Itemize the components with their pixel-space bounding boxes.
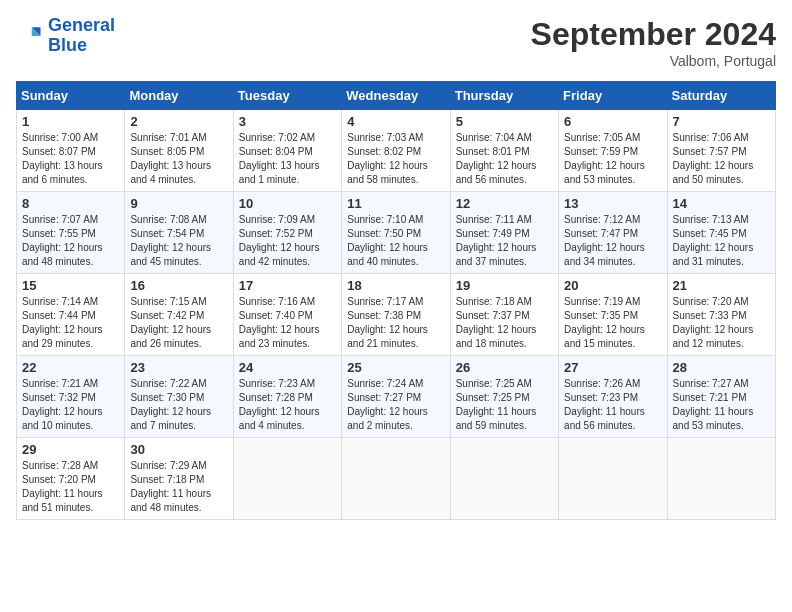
calendar-week-row: 1 Sunrise: 7:00 AM Sunset: 8:07 PM Dayli… xyxy=(17,110,776,192)
header-tuesday: Tuesday xyxy=(233,82,341,110)
header-friday: Friday xyxy=(559,82,667,110)
calendar-cell: 17 Sunrise: 7:16 AM Sunset: 7:40 PM Dayl… xyxy=(233,274,341,356)
day-info: Sunrise: 7:18 AM Sunset: 7:37 PM Dayligh… xyxy=(456,295,553,351)
calendar-week-row: 8 Sunrise: 7:07 AM Sunset: 7:55 PM Dayli… xyxy=(17,192,776,274)
day-number: 27 xyxy=(564,360,661,375)
calendar-cell: 27 Sunrise: 7:26 AM Sunset: 7:23 PM Dayl… xyxy=(559,356,667,438)
day-number: 15 xyxy=(22,278,119,293)
day-info: Sunrise: 7:03 AM Sunset: 8:02 PM Dayligh… xyxy=(347,131,444,187)
day-info: Sunrise: 7:19 AM Sunset: 7:35 PM Dayligh… xyxy=(564,295,661,351)
logo-general: General xyxy=(48,15,115,35)
calendar-cell: 13 Sunrise: 7:12 AM Sunset: 7:47 PM Dayl… xyxy=(559,192,667,274)
header-saturday: Saturday xyxy=(667,82,775,110)
calendar-table: Sunday Monday Tuesday Wednesday Thursday… xyxy=(16,81,776,520)
calendar-cell: 1 Sunrise: 7:00 AM Sunset: 8:07 PM Dayli… xyxy=(17,110,125,192)
day-number: 26 xyxy=(456,360,553,375)
day-number: 19 xyxy=(456,278,553,293)
day-info: Sunrise: 7:20 AM Sunset: 7:33 PM Dayligh… xyxy=(673,295,770,351)
day-info: Sunrise: 7:26 AM Sunset: 7:23 PM Dayligh… xyxy=(564,377,661,433)
title-block: September 2024 Valbom, Portugal xyxy=(531,16,776,69)
calendar-week-row: 15 Sunrise: 7:14 AM Sunset: 7:44 PM Dayl… xyxy=(17,274,776,356)
day-info: Sunrise: 7:17 AM Sunset: 7:38 PM Dayligh… xyxy=(347,295,444,351)
day-info: Sunrise: 7:23 AM Sunset: 7:28 PM Dayligh… xyxy=(239,377,336,433)
day-number: 5 xyxy=(456,114,553,129)
calendar-cell: 14 Sunrise: 7:13 AM Sunset: 7:45 PM Dayl… xyxy=(667,192,775,274)
day-number: 14 xyxy=(673,196,770,211)
calendar-cell: 23 Sunrise: 7:22 AM Sunset: 7:30 PM Dayl… xyxy=(125,356,233,438)
logo: General Blue xyxy=(16,16,115,56)
header-monday: Monday xyxy=(125,82,233,110)
calendar-cell: 25 Sunrise: 7:24 AM Sunset: 7:27 PM Dayl… xyxy=(342,356,450,438)
header-wednesday: Wednesday xyxy=(342,82,450,110)
day-info: Sunrise: 7:14 AM Sunset: 7:44 PM Dayligh… xyxy=(22,295,119,351)
day-info: Sunrise: 7:13 AM Sunset: 7:45 PM Dayligh… xyxy=(673,213,770,269)
day-info: Sunrise: 7:10 AM Sunset: 7:50 PM Dayligh… xyxy=(347,213,444,269)
day-number: 1 xyxy=(22,114,119,129)
day-info: Sunrise: 7:15 AM Sunset: 7:42 PM Dayligh… xyxy=(130,295,227,351)
weekday-header-row: Sunday Monday Tuesday Wednesday Thursday… xyxy=(17,82,776,110)
day-info: Sunrise: 7:07 AM Sunset: 7:55 PM Dayligh… xyxy=(22,213,119,269)
day-number: 13 xyxy=(564,196,661,211)
day-info: Sunrise: 7:12 AM Sunset: 7:47 PM Dayligh… xyxy=(564,213,661,269)
day-number: 10 xyxy=(239,196,336,211)
calendar-cell: 18 Sunrise: 7:17 AM Sunset: 7:38 PM Dayl… xyxy=(342,274,450,356)
day-number: 20 xyxy=(564,278,661,293)
day-number: 8 xyxy=(22,196,119,211)
day-number: 17 xyxy=(239,278,336,293)
day-info: Sunrise: 7:27 AM Sunset: 7:21 PM Dayligh… xyxy=(673,377,770,433)
calendar-cell: 11 Sunrise: 7:10 AM Sunset: 7:50 PM Dayl… xyxy=(342,192,450,274)
calendar-cell: 4 Sunrise: 7:03 AM Sunset: 8:02 PM Dayli… xyxy=(342,110,450,192)
calendar-cell: 26 Sunrise: 7:25 AM Sunset: 7:25 PM Dayl… xyxy=(450,356,558,438)
day-info: Sunrise: 7:21 AM Sunset: 7:32 PM Dayligh… xyxy=(22,377,119,433)
day-number: 7 xyxy=(673,114,770,129)
day-number: 25 xyxy=(347,360,444,375)
calendar-cell: 10 Sunrise: 7:09 AM Sunset: 7:52 PM Dayl… xyxy=(233,192,341,274)
day-number: 12 xyxy=(456,196,553,211)
day-info: Sunrise: 7:25 AM Sunset: 7:25 PM Dayligh… xyxy=(456,377,553,433)
day-number: 18 xyxy=(347,278,444,293)
calendar-cell: 22 Sunrise: 7:21 AM Sunset: 7:32 PM Dayl… xyxy=(17,356,125,438)
day-info: Sunrise: 7:06 AM Sunset: 7:57 PM Dayligh… xyxy=(673,131,770,187)
calendar-cell: 16 Sunrise: 7:15 AM Sunset: 7:42 PM Dayl… xyxy=(125,274,233,356)
calendar-cell: 28 Sunrise: 7:27 AM Sunset: 7:21 PM Dayl… xyxy=(667,356,775,438)
header-sunday: Sunday xyxy=(17,82,125,110)
day-number: 30 xyxy=(130,442,227,457)
calendar-cell xyxy=(342,438,450,520)
calendar-cell: 19 Sunrise: 7:18 AM Sunset: 7:37 PM Dayl… xyxy=(450,274,558,356)
calendar-cell: 12 Sunrise: 7:11 AM Sunset: 7:49 PM Dayl… xyxy=(450,192,558,274)
day-info: Sunrise: 7:04 AM Sunset: 8:01 PM Dayligh… xyxy=(456,131,553,187)
day-info: Sunrise: 7:22 AM Sunset: 7:30 PM Dayligh… xyxy=(130,377,227,433)
day-number: 28 xyxy=(673,360,770,375)
day-info: Sunrise: 7:02 AM Sunset: 8:04 PM Dayligh… xyxy=(239,131,336,187)
day-info: Sunrise: 7:09 AM Sunset: 7:52 PM Dayligh… xyxy=(239,213,336,269)
calendar-cell: 7 Sunrise: 7:06 AM Sunset: 7:57 PM Dayli… xyxy=(667,110,775,192)
day-number: 3 xyxy=(239,114,336,129)
day-info: Sunrise: 7:08 AM Sunset: 7:54 PM Dayligh… xyxy=(130,213,227,269)
day-number: 21 xyxy=(673,278,770,293)
day-number: 24 xyxy=(239,360,336,375)
calendar-cell: 3 Sunrise: 7:02 AM Sunset: 8:04 PM Dayli… xyxy=(233,110,341,192)
calendar-cell: 8 Sunrise: 7:07 AM Sunset: 7:55 PM Dayli… xyxy=(17,192,125,274)
calendar-cell: 29 Sunrise: 7:28 AM Sunset: 7:20 PM Dayl… xyxy=(17,438,125,520)
day-info: Sunrise: 7:16 AM Sunset: 7:40 PM Dayligh… xyxy=(239,295,336,351)
calendar-cell xyxy=(559,438,667,520)
day-number: 22 xyxy=(22,360,119,375)
day-info: Sunrise: 7:24 AM Sunset: 7:27 PM Dayligh… xyxy=(347,377,444,433)
day-number: 16 xyxy=(130,278,227,293)
month-title: September 2024 xyxy=(531,16,776,53)
header-thursday: Thursday xyxy=(450,82,558,110)
calendar-cell: 30 Sunrise: 7:29 AM Sunset: 7:18 PM Dayl… xyxy=(125,438,233,520)
calendar-week-row: 29 Sunrise: 7:28 AM Sunset: 7:20 PM Dayl… xyxy=(17,438,776,520)
calendar-cell: 21 Sunrise: 7:20 AM Sunset: 7:33 PM Dayl… xyxy=(667,274,775,356)
calendar-cell xyxy=(667,438,775,520)
day-info: Sunrise: 7:11 AM Sunset: 7:49 PM Dayligh… xyxy=(456,213,553,269)
calendar-week-row: 22 Sunrise: 7:21 AM Sunset: 7:32 PM Dayl… xyxy=(17,356,776,438)
calendar-cell xyxy=(450,438,558,520)
day-info: Sunrise: 7:05 AM Sunset: 7:59 PM Dayligh… xyxy=(564,131,661,187)
day-number: 4 xyxy=(347,114,444,129)
page-header: General Blue September 2024 Valbom, Port… xyxy=(16,16,776,69)
logo-blue: Blue xyxy=(48,35,87,55)
day-number: 2 xyxy=(130,114,227,129)
day-number: 29 xyxy=(22,442,119,457)
calendar-cell: 15 Sunrise: 7:14 AM Sunset: 7:44 PM Dayl… xyxy=(17,274,125,356)
